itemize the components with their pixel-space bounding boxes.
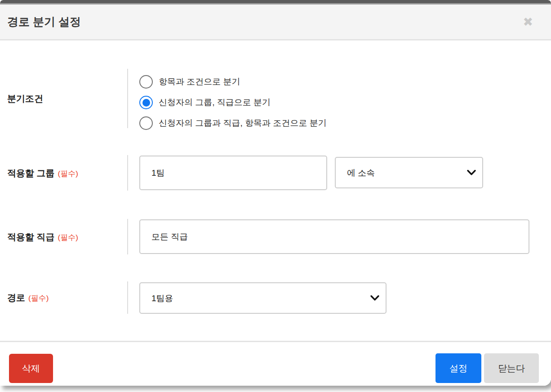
form-row-route: 경로(필수) 1팀용 (0, 281, 551, 314)
branch-condition-label: 분기조건 (7, 93, 43, 105)
branch-condition-radio-group: 항목과 조건으로 분기 신청자의 그룹, 직급으로 분기 신청자의 그룹과 직급… (139, 71, 327, 134)
form-row-branch-condition: 분기조건 항목과 조건으로 분기 신청자의 그룹, 직급으로 분기 신청자의 그… (0, 69, 551, 128)
route-branch-settings-dialog: 경로 분기 설정 ✖ 분기조건 항목과 조건으로 분기 신청자의 그룹, 직급으… (0, 0, 551, 386)
route-label-text: 경로 (7, 293, 25, 303)
radio-option-label: 항목과 조건으로 분기 (159, 76, 240, 88)
row-divider (127, 69, 128, 128)
dialog-footer: 삭제 설정 닫는다 (0, 341, 551, 386)
radio-option-group-rank[interactable]: 신청자의 그룹, 직급으로 분기 (139, 93, 327, 112)
dialog-header: 경로 분기 설정 ✖ (0, 4, 551, 40)
row-divider (127, 281, 128, 314)
dialog-title: 경로 분기 설정 (7, 14, 81, 29)
apply-rank-label: 적용할 직급(필수) (7, 231, 78, 243)
radio-button-icon (139, 96, 153, 109)
radio-option-item-condition[interactable]: 항목과 조건으로 분기 (139, 72, 327, 92)
route-label: 경로(필수) (7, 292, 49, 304)
radio-button-icon (139, 116, 153, 130)
delete-button[interactable]: 삭제 (9, 354, 53, 383)
radio-option-label: 신청자의 그룹, 직급으로 분기 (159, 97, 271, 108)
form-row-apply-group: 적용할 그룹(필수) 에 소속 (0, 155, 551, 191)
route-select-wrap: 1팀용 (139, 282, 387, 314)
group-condition-select[interactable]: 에 소속 (335, 157, 483, 188)
row-divider (127, 155, 128, 191)
apply-group-input[interactable] (139, 156, 327, 190)
apply-group-label: 적용할 그룹(필수) (7, 167, 78, 179)
submit-button[interactable]: 설정 (435, 353, 481, 383)
radio-option-label: 신청자의 그룹과 직급, 항목과 조건으로 분기 (159, 117, 327, 129)
window-top-edge (0, 0, 551, 4)
radio-button-icon (139, 75, 153, 89)
apply-rank-label-text: 적용할 직급 (7, 232, 55, 241)
required-tag: (필수) (58, 169, 78, 178)
close-button[interactable]: 닫는다 (484, 353, 539, 383)
route-select[interactable]: 1팀용 (139, 282, 387, 314)
close-icon[interactable]: ✖ (523, 16, 533, 28)
radio-option-group-rank-condition[interactable]: 신청자의 그룹과 직급, 항목과 조건으로 분기 (139, 113, 327, 133)
form-row-apply-rank: 적용할 직급(필수) (0, 219, 551, 254)
apply-group-label-text: 적용할 그룹 (7, 168, 55, 178)
required-tag: (필수) (28, 294, 49, 303)
row-divider (127, 219, 128, 254)
apply-rank-input[interactable] (139, 219, 529, 254)
required-tag: (필수) (58, 233, 78, 241)
group-condition-select-wrap: 에 소속 (335, 157, 483, 188)
